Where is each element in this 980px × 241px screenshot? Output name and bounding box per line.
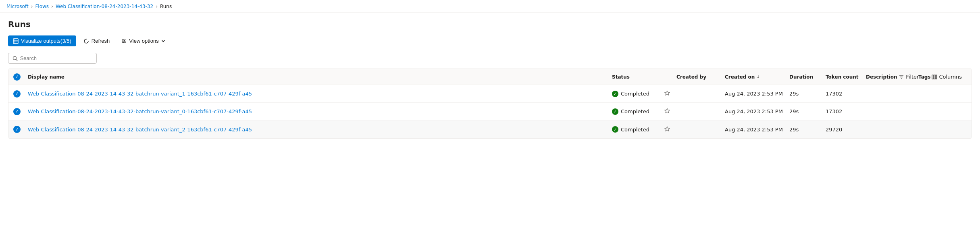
row-2-created-on: Aug 24, 2023 2:53 PM (725, 108, 789, 114)
refresh-icon (83, 38, 89, 44)
svg-marker-20 (665, 127, 670, 131)
row-2-duration: 29s (789, 108, 826, 114)
row-2-star[interactable] (664, 108, 676, 115)
table-row: Web Classification-08-24-2023-14-43-32-b… (8, 85, 972, 103)
columns-icon (932, 74, 937, 80)
svg-rect-15 (932, 75, 934, 79)
svg-point-9 (123, 42, 124, 43)
row-2-status: Completed (612, 108, 664, 115)
header-checkbox-col (13, 73, 28, 81)
completed-icon (612, 91, 618, 97)
breadcrumb-sep-1: › (31, 4, 33, 9)
row-3-token-count: 29720 (826, 127, 866, 133)
created-on-sort[interactable]: Created on ↓ (725, 74, 789, 80)
breadcrumb-flows[interactable]: Flows (35, 4, 49, 9)
star-icon (664, 126, 670, 132)
row-3-display-name[interactable]: Web Classification-08-24-2023-14-43-32-b… (28, 127, 612, 133)
row-1-duration: 29s (789, 91, 826, 97)
row-1-token-count: 17302 (826, 91, 866, 97)
page-title: Runs (8, 19, 972, 29)
col-header-created-by: Created by (676, 74, 725, 80)
breadcrumb-sep-3: › (156, 4, 158, 9)
options-icon (121, 38, 127, 44)
table-header: Display name Status Created by Created o… (8, 69, 972, 85)
runs-table: Display name Status Created by Created o… (8, 69, 972, 139)
sort-arrow-icon: ↓ (756, 75, 759, 79)
table-icon (13, 38, 19, 44)
table-row: Web Classification-08-24-2023-14-43-32-b… (8, 103, 972, 120)
svg-line-11 (16, 59, 17, 60)
breadcrumb-bar: Microsoft › Flows › Web Classification-0… (0, 0, 980, 13)
table-row: Web Classification-08-24-2023-14-43-32-b… (8, 120, 972, 138)
view-options-button[interactable]: View options (117, 35, 169, 46)
row-1-status: Completed (612, 91, 664, 97)
svg-rect-17 (936, 75, 937, 79)
search-container (8, 53, 972, 64)
refresh-label: Refresh (92, 38, 110, 44)
row-2-token-count: 17302 (826, 108, 866, 114)
completed-icon (612, 126, 618, 133)
select-all-checkbox[interactable] (13, 73, 21, 81)
row-3-checkbox[interactable] (13, 126, 28, 133)
svg-rect-16 (934, 75, 936, 79)
main-content: Runs Visualize outputs(3/5) Refresh (0, 13, 980, 145)
row-3-duration: 29s (789, 127, 826, 133)
row-3-star[interactable] (664, 126, 676, 133)
columns-button[interactable]: Columns (928, 72, 965, 81)
svg-marker-19 (665, 108, 670, 113)
col-header-created-on: Created on ↓ (725, 74, 789, 80)
chevron-down-icon (161, 39, 165, 43)
row-1-display-name[interactable]: Web Classification-08-24-2023-14-43-32-b… (28, 91, 612, 97)
svg-marker-18 (665, 91, 670, 96)
toolbar: Visualize outputs(3/5) Refresh View opti… (8, 35, 972, 46)
svg-point-7 (123, 39, 124, 40)
filter-button[interactable]: Filter (895, 72, 922, 81)
breadcrumb-microsoft[interactable]: Microsoft (6, 4, 29, 9)
breadcrumb-classification[interactable]: Web Classification-08-24-2023-14-43-32 (56, 4, 153, 9)
completed-icon (612, 108, 618, 115)
filter-icon (899, 74, 904, 80)
row-2-display-name[interactable]: Web Classification-08-24-2023-14-43-32-b… (28, 108, 612, 114)
visualize-label: Visualize outputs(3/5) (21, 38, 71, 44)
row-1-star[interactable] (664, 90, 676, 97)
star-icon (664, 90, 670, 96)
row-3-created-on: Aug 24, 2023 2:53 PM (725, 127, 789, 133)
search-box[interactable] (8, 53, 97, 64)
filter-label: Filter (906, 74, 919, 80)
svg-rect-0 (13, 39, 18, 44)
search-icon (12, 56, 18, 61)
refresh-button[interactable]: Refresh (79, 35, 114, 46)
row-1-checkbox[interactable] (13, 90, 28, 98)
view-options-label: View options (129, 38, 158, 44)
row-1-created-on: Aug 24, 2023 2:53 PM (725, 91, 789, 97)
row-3-status: Completed (612, 126, 664, 133)
visualize-outputs-button[interactable]: Visualize outputs(3/5) (8, 35, 76, 46)
col-header-status: Status (612, 74, 664, 80)
breadcrumb-sep-2: › (51, 4, 53, 9)
row-2-checkbox[interactable] (13, 108, 28, 115)
table-header-actions: Filter Columns (895, 72, 965, 81)
star-icon (664, 108, 670, 114)
col-header-display-name: Display name (28, 74, 612, 80)
columns-label: Columns (939, 74, 962, 80)
col-header-duration: Duration (789, 74, 826, 80)
col-header-token-count: Token count (826, 74, 866, 80)
svg-point-8 (124, 40, 125, 42)
breadcrumb-runs: Runs (160, 4, 172, 9)
search-input[interactable] (20, 55, 92, 61)
